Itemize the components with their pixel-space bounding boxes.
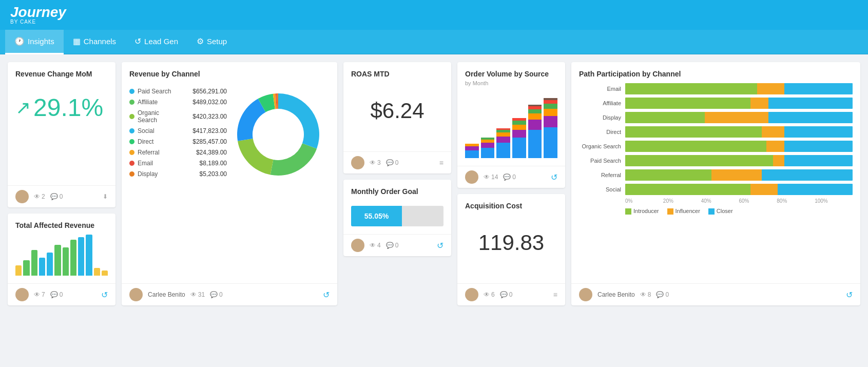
path-title: Path Participation by Channel [579,70,853,78]
legend-item: Email $8,189.00 [129,160,227,167]
influencer-seg [750,98,768,109]
eye-icon: 👁 [640,291,646,298]
introducer-seg [625,98,750,109]
legend-box [625,208,631,215]
stacked-segment [528,109,542,113]
revenue-change-footer: 👁 2 💬 0 ⬇ [8,185,115,207]
chat-icon: 💬 [210,291,218,298]
bar-group [528,105,542,158]
avatar [15,190,29,203]
bar-segment [63,247,69,276]
donut-segment [237,99,265,141]
views-stat: 👁 7 [34,291,45,298]
legend-dot [129,161,134,166]
legend-label: Display [138,170,158,178]
h-bar-row: Referral [579,169,853,181]
bar-segment [23,260,29,276]
logo-subtitle: BY CAKE [10,20,66,25]
table-icon[interactable]: ≡ [553,291,557,299]
donut-segment [278,93,319,149]
table-icon[interactable]: ≡ [439,159,443,167]
axis-label: 100% [815,198,853,204]
bar-group [512,118,526,158]
h-bar-row: Direct [579,126,853,138]
legend-dot [129,100,134,105]
column-1: Revenue Change MoM ↗ 29.1% 👁 2 💬 0 ⬇ [8,62,115,305]
eye-icon: 👁 [190,291,197,298]
bar-segment [39,258,45,276]
download-icon[interactable]: ⬇ [103,193,108,200]
eye-icon: 👁 [370,159,376,166]
legend-box [708,208,715,215]
bar-segment [86,235,92,276]
h-bar-row: Affiliate [579,98,853,109]
introducer-seg [625,112,705,123]
nav-bar: 🕐 Insights ▦ Channels ↺ Lead Gen ⚙ Setup [0,30,868,54]
refresh-icon[interactable]: ↺ [551,172,557,182]
channel-label: Referral [579,172,625,178]
nav-channels[interactable]: ▦ Channels [64,30,125,54]
legend-label: Direct [138,138,153,145]
bar-segment [54,245,61,276]
comments-stat: 💬 0 [50,193,63,200]
total-affected-revenue-card: Total Affected Revenue 👁 7 💬 0 ↺ [8,214,115,305]
legend-value: $285,457.00 [182,138,227,145]
eye-icon: 👁 [370,242,376,249]
bar-segment [70,240,76,276]
legend-item: Introducer [625,208,659,215]
axis-label: 60% [739,198,777,204]
progress-bar: 55.05% [351,206,443,226]
introducer-seg [625,184,750,195]
chat-icon: 💬 [50,291,58,298]
avatar [351,239,364,252]
refresh-icon[interactable]: ↺ [101,290,108,300]
stacked-segment [544,116,557,127]
legend-value: $8,189.00 [189,160,227,167]
legend-box [667,208,673,215]
acq-cost-title: Acquisition Cost [465,202,557,210]
comments-stat: 💬 0 [500,291,513,298]
channel-label: Social [579,186,625,192]
stacked-segment [465,146,479,150]
donut-chart [227,83,330,186]
closer-seg [784,126,853,138]
legend-value: $489,032.00 [182,99,227,106]
order-vol-chart [465,91,557,158]
refresh-icon[interactable]: ↺ [846,290,853,300]
rev-channel-footer: Carlee Benito 👁 31 💬 0 ↺ [122,283,337,305]
refresh-icon[interactable]: ↺ [437,241,443,250]
bar-group [465,144,479,158]
footer-name: Carlee Benito [148,291,185,298]
legend-value: $24,389.00 [186,149,227,156]
avatar [15,288,29,301]
legend-label: Introducer [633,208,659,214]
nav-setup[interactable]: ⚙ Setup [187,30,236,54]
chart-legend: IntroducerInfluencerCloser [625,208,853,215]
nav-setup-label: Setup [207,37,227,46]
influencer-seg [711,169,761,181]
eye-icon: 👁 [484,173,490,181]
nav-insights[interactable]: 🕐 Insights [5,30,64,54]
roas-title: ROAS MTD [351,70,443,78]
order-vol-title: Order Volume by Source [465,70,557,78]
footer-name: Carlee Benito [597,291,635,298]
closer-seg [784,141,853,152]
stacked-segment [512,121,526,125]
bar-group [544,98,557,158]
legend-item: Display $5,203.00 [129,170,227,178]
channel-legend: Paid Search $656,291.00 Affiliate $489,0… [129,88,227,181]
legend-label: Organic Search [138,109,179,124]
column-4: Order Volume by Source by Month 👁 14 💬 0… [457,62,565,305]
legend-dot [129,171,134,177]
progress-fill: 55.05% [351,206,402,226]
acq-cost-footer: 👁 6 💬 0 ≡ [457,283,565,305]
comments-stat: 💬 0 [503,173,516,181]
roas-card: ROAS MTD $6.24 👁 3 💬 0 ≡ [343,62,451,173]
stacked-segment [512,130,526,138]
views-stat: 👁 8 [640,291,651,298]
nav-leadgen[interactable]: ↺ Lead Gen [125,30,187,54]
bar-segment [47,253,53,276]
bar-track [625,169,853,181]
refresh-icon[interactable]: ↺ [323,290,330,300]
influencer-seg [762,126,784,138]
